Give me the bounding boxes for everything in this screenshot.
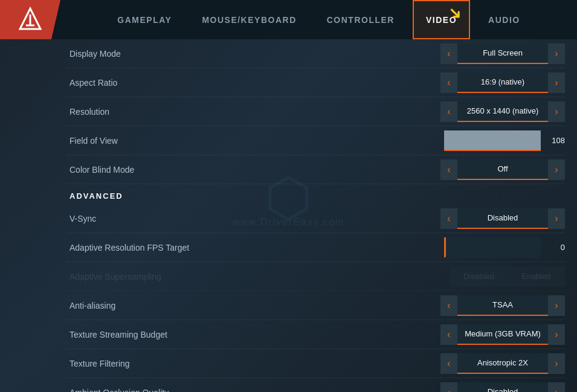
color-blind-next[interactable]: › <box>548 159 565 180</box>
texture-streaming-control: ‹ Medium (3GB VRAM) › <box>440 324 565 345</box>
display-mode-prev[interactable]: ‹ <box>440 43 457 64</box>
vsync-prev[interactable]: ‹ <box>440 208 457 229</box>
display-mode-value: Full Screen <box>457 43 548 64</box>
adaptive-res-value: 0 <box>547 243 565 252</box>
aspect-ratio-control: ‹ 16:9 (native) › <box>440 72 565 93</box>
fov-label: Field of View <box>66 136 444 146</box>
anti-aliasing-prev[interactable]: ‹ <box>440 295 457 316</box>
vsync-control: ‹ Disabled › <box>440 208 565 229</box>
anti-aliasing-control: ‹ TSAA › <box>440 295 565 316</box>
fov-slider-track[interactable] <box>444 130 541 151</box>
aspect-ratio-label: Aspect Ratio <box>66 78 440 88</box>
texture-streaming-prev[interactable]: ‹ <box>440 324 457 345</box>
tab-mouse-keyboard[interactable]: MOUSE/KEYBOARD <box>190 0 308 39</box>
resolution-prev[interactable]: ‹ <box>440 101 457 122</box>
texture-streaming-next[interactable]: › <box>548 324 565 345</box>
nav-tabs: GAMEPLAY MOUSE/KEYBOARD CONTROLLER VIDEO… <box>60 0 577 39</box>
ambient-occlusion-next[interactable]: › <box>548 382 565 393</box>
texture-filtering-label: Texture Filtering <box>66 359 440 368</box>
color-blind-prev[interactable]: ‹ <box>440 159 457 180</box>
adaptive-super-toggle: Disabled Enabled <box>450 266 565 287</box>
adaptive-res-control: 0 <box>444 237 565 258</box>
adaptive-res-label: Adaptive Resolution FPS Target <box>66 243 444 252</box>
display-mode-next[interactable]: › <box>548 43 565 64</box>
tab-controller[interactable]: CONTROLLER <box>315 0 407 39</box>
setting-ambient-occlusion: Ambient Occlusion Quality ‹ Disabled › <box>66 378 565 392</box>
setting-vsync: V-Sync ‹ Disabled › <box>66 204 565 233</box>
texture-filtering-next[interactable]: › <box>548 353 565 374</box>
aspect-ratio-next[interactable]: › <box>548 72 565 93</box>
texture-streaming-value: Medium (3GB VRAM) <box>457 324 548 345</box>
ambient-occlusion-control: ‹ Disabled › <box>440 382 565 393</box>
ambient-occlusion-value: Disabled <box>457 382 548 393</box>
aspect-ratio-value: 16:9 (native) <box>457 72 548 93</box>
vsync-value: Disabled <box>457 208 548 229</box>
anti-aliasing-value: TSAA <box>457 295 548 316</box>
setting-adaptive-super: Adaptive Supersampling Disabled Enabled <box>66 262 565 291</box>
adaptive-super-disabled-btn: Disabled <box>450 266 508 287</box>
anti-aliasing-next[interactable]: › <box>548 295 565 316</box>
setting-color-blind: Color Blind Mode ‹ Off › <box>66 155 565 184</box>
color-blind-control: ‹ Off › <box>440 159 565 180</box>
resolution-value: 2560 x 1440 (native) <box>457 101 548 122</box>
color-blind-value: Off <box>457 159 548 180</box>
adaptive-super-label: Adaptive Supersampling <box>66 272 450 281</box>
texture-filtering-value: Anisotropic 2X <box>457 353 548 374</box>
setting-texture-streaming: Texture Streaming Budget ‹ Medium (3GB V… <box>66 320 565 349</box>
texture-filtering-control: ‹ Anisotropic 2X › <box>440 353 565 374</box>
adaptive-super-control: Disabled Enabled <box>450 266 565 287</box>
logo <box>0 0 60 39</box>
resolution-control: ‹ 2560 x 1440 (native) › <box>440 101 565 122</box>
tab-audio[interactable]: AUDIO <box>476 0 532 39</box>
settings-container: Display Mode ‹ Full Screen › Aspect Rati… <box>0 39 577 392</box>
advanced-header: ADVANCED <box>66 184 565 204</box>
color-blind-label: Color Blind Mode <box>66 165 440 175</box>
anti-aliasing-label: Anti-aliasing <box>66 301 440 310</box>
texture-streaming-label: Texture Streaming Budget <box>66 330 440 339</box>
resolution-label: Resolution <box>66 107 440 117</box>
vsync-next[interactable]: › <box>548 208 565 229</box>
content-area: Display Mode ‹ Full Screen › Aspect Rati… <box>0 39 577 392</box>
display-mode-label: Display Mode <box>66 49 440 59</box>
setting-aspect-ratio: Aspect Ratio ‹ 16:9 (native) › <box>66 68 565 97</box>
adaptive-super-enabled-btn: Enabled <box>508 266 565 287</box>
fov-value: 108 <box>547 136 565 145</box>
adaptive-res-track[interactable] <box>444 237 541 258</box>
setting-display-mode: Display Mode ‹ Full Screen › <box>66 39 565 68</box>
top-bar: GAMEPLAY MOUSE/KEYBOARD CONTROLLER VIDEO… <box>0 0 577 39</box>
apex-logo-icon <box>16 6 44 34</box>
setting-fov: Field of View 108 <box>66 126 565 155</box>
setting-texture-filtering: Texture Filtering ‹ Anisotropic 2X › <box>66 349 565 378</box>
resolution-next[interactable]: › <box>548 101 565 122</box>
fov-control: 108 <box>444 130 565 151</box>
setting-adaptive-res: Adaptive Resolution FPS Target 0 <box>66 233 565 262</box>
aspect-ratio-prev[interactable]: ‹ <box>440 72 457 93</box>
setting-resolution: Resolution ‹ 2560 x 1440 (native) › <box>66 97 565 126</box>
texture-filtering-prev[interactable]: ‹ <box>440 353 457 374</box>
setting-anti-aliasing: Anti-aliasing ‹ TSAA › <box>66 291 565 320</box>
ambient-occlusion-prev[interactable]: ‹ <box>440 382 457 393</box>
tab-gameplay[interactable]: GAMEPLAY <box>105 0 184 39</box>
display-mode-control: ‹ Full Screen › <box>440 43 565 64</box>
ambient-occlusion-label: Ambient Occlusion Quality <box>66 388 440 393</box>
vsync-label: V-Sync <box>66 214 440 223</box>
